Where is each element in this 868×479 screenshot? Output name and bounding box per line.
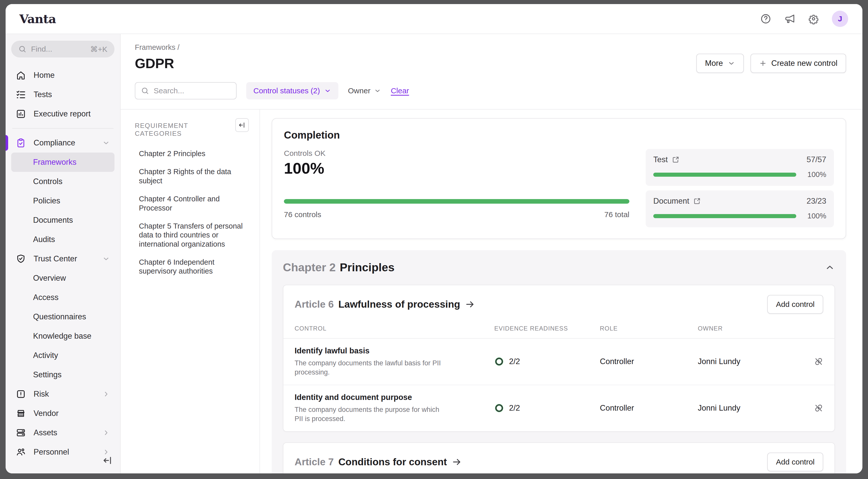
owner-filter[interactable]: Owner bbox=[348, 87, 381, 95]
sidebar-collapse-icon[interactable] bbox=[102, 455, 113, 467]
add-control-button[interactable]: Add control bbox=[767, 295, 823, 314]
report-chart-icon bbox=[16, 109, 27, 119]
sidebar-item-assets[interactable]: Assets bbox=[11, 423, 115, 442]
sidebar-item-audits[interactable]: Audits bbox=[11, 230, 115, 249]
topbar-actions: J bbox=[760, 11, 848, 27]
completion-percent: 100% bbox=[284, 159, 629, 177]
completion-progress-bar bbox=[284, 199, 629, 204]
evidence-ring-icon bbox=[494, 403, 504, 413]
sidebar-item-label: Vendor bbox=[34, 409, 59, 418]
home-icon bbox=[16, 70, 27, 81]
controls-count: 76 controls bbox=[284, 210, 321, 219]
control-name[interactable]: Identity and document purpose bbox=[294, 393, 482, 402]
category-item[interactable]: Chapter 6 Independent supervisory author… bbox=[135, 258, 249, 276]
unlink-icon[interactable] bbox=[814, 357, 823, 366]
chevron-down-icon bbox=[324, 87, 331, 94]
sidebar-item-personnel[interactable]: Personnel bbox=[11, 442, 115, 462]
sidebar-item-vendor[interactable]: Vendor bbox=[11, 404, 115, 423]
chevron-right-icon bbox=[102, 390, 110, 398]
sidebar-item-label: Tests bbox=[34, 90, 52, 99]
evidence-count: 2/2 bbox=[509, 404, 520, 413]
external-link-icon[interactable] bbox=[672, 156, 680, 163]
page-title: GDPR bbox=[135, 56, 174, 71]
breadcrumb[interactable]: Frameworks / bbox=[135, 43, 846, 52]
control-description: The company documents the purpose for wh… bbox=[294, 405, 447, 423]
sidebar-item-activity[interactable]: Activity bbox=[11, 346, 115, 365]
article-title-link[interactable]: Article 6 Lawfulness of processing bbox=[294, 299, 475, 310]
sidebar-item-documents[interactable]: Documents bbox=[11, 211, 115, 230]
search-placeholder: Search... bbox=[154, 87, 184, 95]
control-description: The company documents the lawful basis f… bbox=[294, 358, 447, 377]
sidebar-item-label: Executive report bbox=[34, 109, 91, 119]
vanta-logo: Vanta bbox=[19, 12, 56, 26]
more-button[interactable]: More bbox=[696, 54, 744, 73]
sidebar-item-access[interactable]: Access bbox=[11, 288, 115, 307]
chevron-right-icon bbox=[102, 429, 110, 437]
sidebar-item-label: Trust Center bbox=[34, 254, 77, 263]
sidebar-item-risk[interactable]: Risk bbox=[11, 384, 115, 404]
sidebar-item-tests[interactable]: Tests bbox=[11, 85, 115, 104]
category-item[interactable]: Chapter 3 Rights of the data subject bbox=[135, 167, 249, 185]
sidebar-item-home[interactable]: Home bbox=[11, 66, 115, 85]
stat-value: 23/23 bbox=[806, 196, 826, 206]
find-placeholder: Find... bbox=[31, 45, 52, 54]
chevron-down-icon bbox=[374, 87, 381, 94]
sidebar-item-executive-report[interactable]: Executive report bbox=[11, 104, 115, 124]
risk-alert-icon bbox=[16, 389, 27, 399]
stat-label[interactable]: Document bbox=[653, 196, 689, 206]
controls-ok-label: Controls OK bbox=[284, 149, 629, 158]
evidence-ring-icon bbox=[494, 357, 504, 366]
search-input[interactable]: Search... bbox=[135, 82, 237, 99]
categories-title: REQUIREMENT CATEGORIES bbox=[135, 122, 235, 137]
sidebar-item-frameworks[interactable]: Frameworks bbox=[11, 153, 115, 172]
personnel-people-icon bbox=[16, 447, 27, 457]
chapter-title: Chapter 2Principles bbox=[283, 261, 395, 274]
topbar: Vanta J bbox=[6, 4, 862, 34]
chevron-down-icon bbox=[102, 139, 110, 147]
sidebar-item-controls[interactable]: Controls bbox=[11, 172, 115, 191]
search-icon bbox=[141, 87, 149, 95]
sidebar-item-label: Risk bbox=[34, 389, 49, 398]
panel-collapse-button[interactable] bbox=[235, 118, 249, 132]
stat-percent: 100% bbox=[802, 212, 826, 220]
chevron-up-icon[interactable] bbox=[825, 262, 835, 273]
sidebar-item-questionnaires[interactable]: Questionnaires bbox=[11, 307, 115, 326]
category-item[interactable]: Chapter 5 Transfers of personal data to … bbox=[135, 222, 249, 249]
column-header-owner: OWNER bbox=[698, 325, 807, 332]
sidebar-item-trust-center[interactable]: Trust Center bbox=[11, 249, 115, 268]
create-new-control-button[interactable]: Create new control bbox=[750, 54, 846, 73]
sidebar-item-policies[interactable]: Policies bbox=[11, 191, 115, 211]
arrow-right-icon bbox=[452, 457, 462, 467]
stat-label[interactable]: Test bbox=[653, 155, 668, 164]
controls-table-header: CONTROL EVIDENCE READINESS ROLE OWNER bbox=[283, 323, 834, 339]
chevron-down-icon bbox=[102, 255, 110, 263]
unlink-icon[interactable] bbox=[814, 404, 823, 413]
test-stat-card: Test 57/57 bbox=[646, 149, 834, 186]
sidebar-item-compliance[interactable]: Compliance bbox=[11, 133, 115, 153]
column-header-control: CONTROL bbox=[294, 325, 494, 332]
category-item[interactable]: Chapter 2 Principles bbox=[135, 149, 249, 158]
control-row[interactable]: Identify lawful basis The company docume… bbox=[283, 339, 834, 385]
add-control-button[interactable]: Add control bbox=[767, 453, 823, 471]
sidebar-item-settings[interactable]: Settings bbox=[11, 365, 115, 384]
control-name[interactable]: Identify lawful basis bbox=[294, 346, 482, 355]
requirement-categories-panel: REQUIREMENT CATEGORIES Chapter 2 Princip… bbox=[121, 109, 260, 473]
sidebar-item-overview[interactable]: Overview bbox=[11, 268, 115, 288]
control-row[interactable]: Identity and document purpose The compan… bbox=[283, 385, 834, 431]
sidebar-item-knowledge-base[interactable]: Knowledge base bbox=[11, 326, 115, 346]
chevron-down-icon bbox=[727, 60, 735, 67]
total-count: 76 total bbox=[604, 210, 629, 219]
external-link-icon[interactable] bbox=[693, 197, 701, 205]
control-statuses-filter[interactable]: Control statuses (2) bbox=[246, 82, 338, 99]
settings-gear-icon[interactable] bbox=[808, 13, 819, 24]
announcements-icon[interactable] bbox=[784, 13, 795, 24]
active-section-indicator bbox=[6, 135, 8, 151]
user-avatar[interactable]: J bbox=[832, 11, 848, 27]
sidebar-item-label: Assets bbox=[34, 428, 57, 437]
help-icon[interactable] bbox=[760, 13, 771, 24]
category-item[interactable]: Chapter 4 Controller and Processor bbox=[135, 194, 249, 213]
global-find-input[interactable]: Find... ⌘+K bbox=[11, 41, 115, 58]
sidebar: Find... ⌘+K Home bbox=[6, 34, 121, 473]
clear-filters-link[interactable]: Clear bbox=[391, 87, 409, 95]
article-title-link[interactable]: Article 7 Conditions for consent bbox=[294, 456, 462, 468]
